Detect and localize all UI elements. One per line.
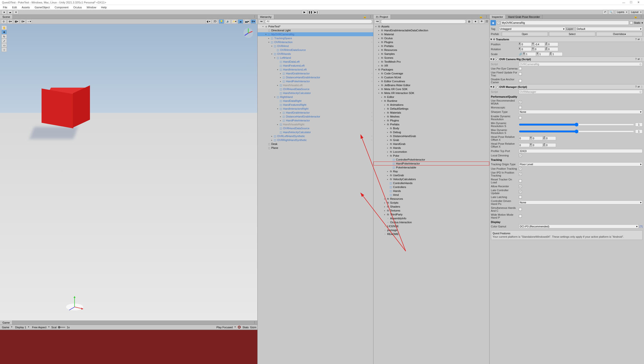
foldout-icon[interactable]: ▸ [386, 135, 389, 137]
widemotion-checkbox[interactable] [519, 215, 522, 218]
tree-row[interactable]: ◫HandVelocityCalculator [258, 91, 373, 95]
project-filter-icon[interactable]: ▤ [466, 19, 472, 24]
tree-row[interactable]: ▸🗀Resources [374, 48, 489, 52]
tree-row[interactable]: ▾🗀Poke [374, 154, 489, 158]
tree-row[interactable]: ▸◫HandGrabInteractor› [258, 72, 373, 75]
menu-help[interactable]: Help [99, 6, 109, 9]
tree-row[interactable]: ▸◫HandVisualsLeft [258, 83, 373, 87]
center-icon[interactable]: ⊙ [1, 19, 6, 24]
prefab-arrow-icon[interactable]: › [372, 37, 372, 39]
tree-row[interactable]: ▾◈PokeTest* [258, 25, 373, 28]
tree-row[interactable]: ▫README [374, 232, 489, 236]
tree-row[interactable]: ▸🗀Plugins [374, 118, 489, 122]
foldout-icon[interactable]: ▸ [377, 45, 380, 47]
inspector-tab[interactable]: Inspector [490, 15, 506, 19]
foldout-icon[interactable]: ▸ [383, 119, 386, 122]
tree-row[interactable]: ▸◫HandGrabInteractor› [258, 111, 373, 115]
tree-row[interactable]: ▸🗀Editor [374, 95, 489, 99]
latectrl-checkbox[interactable] [519, 190, 522, 193]
tree-row[interactable]: ▸◫DistanceHandGrabInteractor› [258, 115, 373, 118]
tree-row[interactable]: ◫HandFeaturesRight [258, 103, 373, 107]
simhands-checkbox[interactable] [519, 208, 522, 211]
foldout-icon[interactable]: ▾ [270, 53, 273, 55]
tree-row[interactable]: ◫Controllers [374, 185, 489, 189]
project-tab[interactable]: 🗀 Project [374, 15, 390, 19]
monoscopic-checkbox[interactable] [519, 106, 522, 109]
foldout-icon[interactable]: ▸ [377, 61, 380, 63]
shade-icon[interactable]: ◐▾ [206, 19, 211, 24]
tree-row[interactable]: ▸🗀Body [374, 126, 489, 130]
menu-edit[interactable]: Edit [10, 6, 19, 9]
static-checkbox[interactable] [630, 21, 633, 24]
usepos-checkbox[interactable] [519, 167, 522, 170]
foldout-icon[interactable]: ▸ [383, 112, 386, 114]
select-button[interactable]: Select [549, 32, 595, 36]
audio-icon[interactable]: 🔊 [225, 19, 230, 24]
tree-row[interactable]: ▾◫OVRHands [258, 52, 373, 56]
scale-y[interactable] [539, 52, 550, 56]
tree-row[interactable]: ▸◫TrackingSpace› [258, 36, 373, 40]
foldout-icon[interactable]: ▾ [262, 26, 264, 28]
foldout-icon[interactable]: ▸ [276, 123, 279, 126]
tree-row[interactable]: ▸🗀XR [374, 64, 489, 68]
foldout-icon[interactable]: ▸ [279, 112, 282, 114]
pos-y[interactable] [534, 42, 545, 46]
tree-row[interactable]: ▸◫HandPokeInteractor› [258, 118, 373, 122]
maxdyn-slider[interactable] [519, 129, 634, 133]
manager-header[interactable]: ▾ # OVR Manager (Script) ? ⇄ ⋮ [490, 84, 644, 89]
tree-row[interactable]: ▸🗀JetBrains Rider Editor [374, 83, 489, 87]
foldout-icon[interactable]: ▸ [377, 29, 380, 32]
tree-row[interactable]: ▫package [374, 228, 489, 232]
tree-row[interactable]: ▸🗀Editor Coroutines [374, 79, 489, 83]
tree-row[interactable]: ▸◫OVRRightHandSynthetic› [258, 138, 373, 142]
prefab-arrow-icon[interactable]: › [372, 41, 372, 43]
hp1-z[interactable] [545, 136, 556, 140]
foldout-icon[interactable]: ▸ [386, 147, 389, 149]
game-view[interactable] [0, 330, 257, 364]
foldout-icon[interactable]: ▸ [276, 84, 279, 86]
tree-row[interactable]: ◻Desk [258, 142, 373, 146]
msaa-checkbox[interactable] [519, 101, 522, 104]
dynres-checkbox[interactable] [519, 116, 522, 119]
increment-icon[interactable]: ↔▾ [26, 19, 32, 24]
foldout-icon[interactable]: ▸ [377, 49, 380, 51]
transform-header[interactable]: ▾ ⊹ Transform ? ⇄ ⋮ [490, 37, 644, 42]
tree-row[interactable]: ▾🗀Runtime [374, 99, 489, 103]
foldout-icon[interactable]: ▸ [383, 210, 386, 212]
gamut-help-icon[interactable]: [?] [640, 225, 642, 228]
hierarchy-tab[interactable]: Hierarchy [258, 15, 274, 19]
mindyn-value[interactable] [635, 123, 642, 127]
scale-slider[interactable] [58, 327, 65, 328]
tree-row[interactable]: ◫HandDataRight [258, 99, 373, 103]
profiler-field[interactable]: 32419 [519, 149, 642, 153]
rot-y[interactable] [534, 47, 545, 51]
step-button[interactable]: ▶❙ [314, 10, 319, 15]
hierarchy-search[interactable] [265, 20, 372, 24]
scale-z[interactable] [552, 52, 562, 56]
foldout-icon[interactable]: ▸ [377, 53, 380, 55]
foldout-icon[interactable]: ▾ [276, 108, 279, 110]
camerarig-header[interactable]: ▾ # OVR Camera Rig (Script) ? ⇄ ⋮ [490, 57, 644, 62]
account-icon[interactable]: ● [2, 10, 7, 15]
tree-row[interactable]: ▸◫HandPokeInteractor› [258, 79, 373, 83]
tree-row[interactable]: ▸🗀Meshes [374, 115, 489, 118]
tree-row[interactable]: ◻Plane [258, 146, 373, 150]
tree-row[interactable]: ▸🗀DefaultSettings [374, 107, 489, 111]
menu-file[interactable]: File [1, 6, 9, 9]
foldout-icon[interactable]: ▸ [270, 139, 273, 141]
foldout-icon[interactable]: ▾ [383, 123, 386, 126]
recenter-checkbox[interactable] [519, 185, 522, 188]
foldout-icon[interactable]: ▾ [490, 85, 492, 88]
tree-row[interactable]: ◫OVRHandDataSource [258, 126, 373, 130]
foldout-icon[interactable]: ▸ [386, 151, 389, 153]
tree-row[interactable]: ▸🗀Shaders [374, 205, 489, 209]
foldout-icon[interactable]: ▾ [270, 45, 273, 47]
move-tool[interactable]: ✥ [2, 30, 7, 34]
foldout-icon[interactable]: ▾ [273, 57, 276, 59]
tree-row[interactable]: ▾🗀Prefabs [374, 122, 489, 126]
overrides-button[interactable]: Overrides ▾ [596, 32, 642, 36]
foldout-icon[interactable]: ▸ [386, 170, 389, 172]
foldout-icon[interactable]: ▾ [374, 26, 377, 28]
project-search[interactable] [381, 20, 466, 24]
rect-tool[interactable]: ▭ [2, 43, 7, 48]
